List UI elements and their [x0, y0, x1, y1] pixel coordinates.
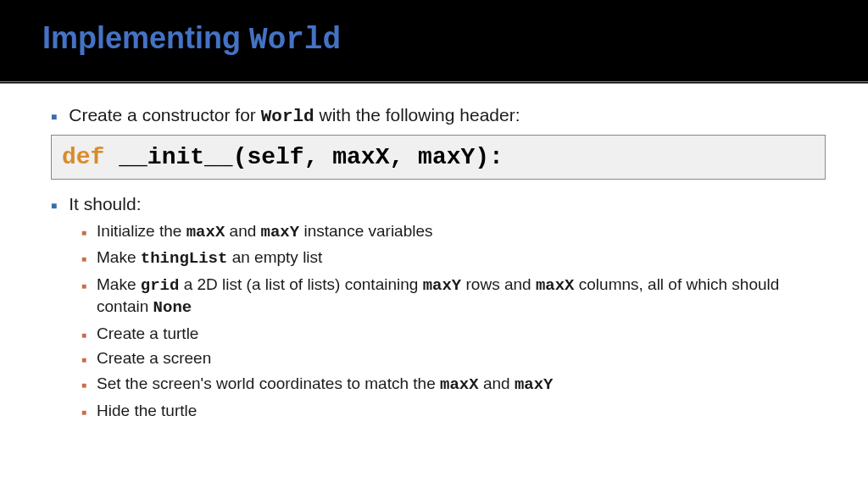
- code-rest: __init__(self, maxX, maxY):: [104, 144, 503, 170]
- sub-item-text: Initialize the maxX and maxY instance va…: [97, 221, 432, 243]
- slide-header: Implementing World: [0, 0, 868, 84]
- square-bullet-icon: ■: [81, 408, 86, 419]
- square-bullet-icon: ■: [81, 355, 86, 366]
- sub-item-text: Set the screen's world coordinates to ma…: [97, 374, 553, 396]
- sub-item-3: ■ Create a turtle: [81, 324, 826, 344]
- square-bullet-icon: ■: [81, 380, 86, 391]
- sub-item-text: Make thingList an empty list: [97, 247, 322, 269]
- square-bullet-icon: ■: [51, 111, 57, 124]
- square-bullet-icon: ■: [81, 330, 86, 341]
- sub-item-6: ■ Hide the turtle: [81, 401, 826, 421]
- square-bullet-icon: ■: [81, 254, 86, 265]
- bullet-intro: ■ Create a constructor for World with th…: [51, 104, 826, 128]
- slide-title: Implementing World: [42, 20, 826, 58]
- title-mono: World: [249, 23, 341, 58]
- square-bullet-icon: ■: [81, 228, 86, 239]
- square-bullet-icon: ■: [51, 200, 57, 213]
- slide-content: ■ Create a constructor for World with th…: [0, 84, 868, 446]
- sub-item-5: ■ Set the screen's world coordinates to …: [81, 374, 826, 396]
- sub-item-text: Make grid a 2D list (a list of lists) co…: [97, 274, 826, 319]
- sub-item-1: ■ Make thingList an empty list: [81, 247, 826, 269]
- title-text: Implementing: [42, 20, 249, 55]
- code-keyword: def: [62, 144, 104, 170]
- bullet-should: ■ It should:: [51, 193, 826, 215]
- square-bullet-icon: ■: [81, 281, 86, 292]
- code-block: def __init__(self, maxX, maxY):: [51, 135, 826, 180]
- should-text: It should:: [69, 193, 141, 215]
- sub-item-0: ■ Initialize the maxX and maxY instance …: [81, 221, 826, 243]
- sub-item-text: Create a screen: [97, 348, 211, 369]
- intro-text: Create a constructor for World with the …: [69, 104, 520, 128]
- sub-item-2: ■ Make grid a 2D list (a list of lists) …: [81, 274, 826, 319]
- sub-item-4: ■ Create a screen: [81, 348, 826, 369]
- sub-item-text: Create a turtle: [97, 324, 198, 344]
- sub-item-text: Hide the turtle: [97, 401, 197, 421]
